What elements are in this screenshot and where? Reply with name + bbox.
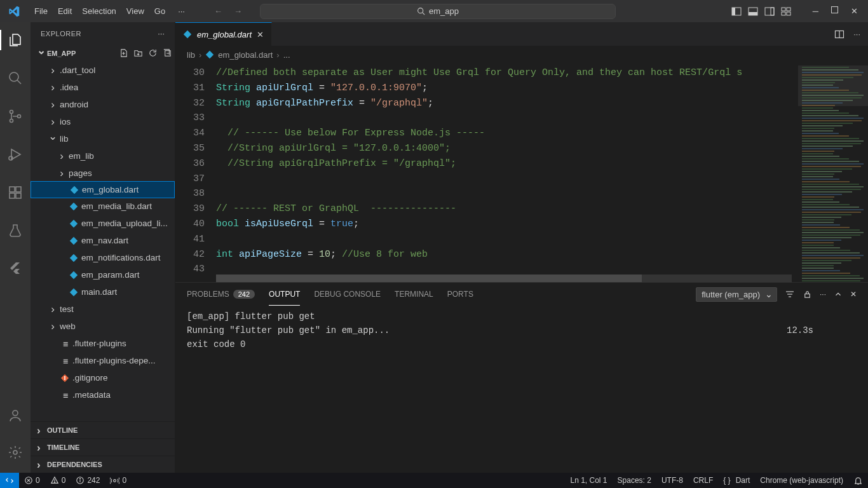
file-.flutter-plugins-depe...[interactable]: ≡.flutter-plugins-depe...	[31, 352, 175, 369]
status-notifications-icon[interactable]	[848, 476, 868, 485]
panel-tab-output[interactable]: OUTPUT	[269, 283, 300, 306]
tree-item-label: .metadata	[72, 390, 111, 400]
activity-run-debug-icon[interactable]	[0, 142, 31, 167]
file-em_nav.dart[interactable]: em_nav.dart	[31, 232, 175, 249]
window-close-icon[interactable]: ✕	[851, 6, 858, 16]
menu-overflow-icon[interactable]: ···	[173, 4, 190, 18]
window-minimize-icon[interactable]: ─	[813, 6, 818, 16]
code-content[interactable]: //Defined both separate as User might Us…	[216, 63, 798, 282]
section-dependencies[interactable]: DEPENDENCIES	[31, 456, 175, 473]
file-.flutter-plugins[interactable]: ≡.flutter-plugins	[31, 335, 175, 352]
panel-tab-ports[interactable]: PORTS	[447, 283, 473, 306]
activity-search-icon[interactable]	[0, 65, 31, 91]
breadcrumb-segment[interactable]: ...	[283, 50, 290, 60]
tree-item-label: em_global.dart	[82, 185, 139, 194]
layout-panel-icon[interactable]	[748, 6, 758, 17]
activity-flutter-icon[interactable]	[0, 256, 31, 281]
panel-tab-problems[interactable]: PROBLEMS 242	[187, 283, 255, 306]
tree-item-label: test	[60, 304, 74, 314]
activity-explorer-icon[interactable]	[0, 27, 31, 53]
folder-android[interactable]: android	[31, 96, 175, 113]
lock-scroll-icon[interactable]	[803, 290, 812, 299]
status-language-mode[interactable]: { }Dart	[718, 476, 755, 485]
breadcrumb-segment[interactable]: em_global.dart	[218, 50, 273, 60]
new-folder-icon[interactable]	[133, 48, 143, 58]
menu-go[interactable]: Go	[149, 4, 170, 18]
git-file-icon	[60, 373, 70, 383]
panel-tab-terminal[interactable]: TERMINAL	[395, 283, 433, 306]
panel-more-icon[interactable]: ···	[820, 290, 826, 299]
layout-sidebar-left-icon[interactable]	[731, 6, 742, 17]
menu-view[interactable]: View	[121, 4, 149, 18]
menu-edit[interactable]: Edit	[53, 4, 77, 18]
file-em_notifications.dart[interactable]: em_notifications.dart	[31, 249, 175, 266]
panel-tab-debug-console[interactable]: DEBUG CONSOLE	[314, 283, 381, 306]
file-em_media_upload_li...[interactable]: em_media_upload_li...	[31, 215, 175, 232]
section-outline[interactable]: OUTLINE	[31, 421, 175, 438]
status-flutter-device[interactable]: Chrome (web-javascript)	[755, 476, 848, 485]
activity-account-icon[interactable]	[0, 403, 31, 428]
explorer-more-icon[interactable]: ···	[158, 29, 165, 38]
chevron-right-icon: ›	[199, 50, 201, 60]
folder-lib[interactable]: lib	[31, 130, 175, 147]
folder-test[interactable]: test	[31, 301, 175, 318]
folder-web[interactable]: web	[31, 318, 175, 335]
svg-point-18	[9, 156, 13, 160]
status-cursor-position[interactable]: Ln 1, Col 1	[566, 476, 613, 485]
file-em_media_lib.dart[interactable]: em_media_lib.dart	[31, 198, 175, 215]
breadcrumbs[interactable]: lib › em_global.dart › ...	[175, 46, 868, 63]
status-indentation[interactable]: Spaces: 2	[613, 476, 656, 485]
activity-source-control-icon[interactable]	[0, 104, 31, 129]
activity-extensions-icon[interactable]	[0, 180, 31, 205]
filter-icon[interactable]	[785, 289, 795, 299]
remote-indicator[interactable]	[0, 473, 19, 488]
svg-point-24	[13, 451, 17, 454]
file-.metadata[interactable]: ≡.metadata	[31, 386, 175, 403]
tab-em-global[interactable]: em_global.dart ✕	[175, 22, 272, 46]
status-errors[interactable]: 0	[19, 473, 45, 488]
folder-em_lib[interactable]: em_lib	[31, 147, 175, 165]
explorer-folder-header[interactable]: EM_APP	[31, 44, 175, 62]
tab-close-icon[interactable]: ✕	[257, 30, 264, 39]
nav-back-icon[interactable]: ←	[212, 4, 225, 18]
file-.gitignore[interactable]: .gitignore	[31, 369, 175, 386]
new-file-icon[interactable]	[119, 48, 128, 58]
status-encoding[interactable]: UTF-8	[656, 476, 688, 485]
status-port-forward[interactable]: 0	[105, 473, 132, 488]
folder-.idea[interactable]: .idea	[31, 79, 175, 96]
folder-.dart_tool[interactable]: .dart_tool	[31, 62, 175, 79]
minimap[interactable]	[798, 63, 868, 282]
status-warnings[interactable]: 0	[45, 473, 71, 488]
command-center-search[interactable]: em_app	[260, 4, 616, 19]
output-body[interactable]: [em_app] flutter pub getRunning "flutter…	[175, 306, 868, 473]
status-info[interactable]: 242	[71, 473, 105, 488]
chevron-down-icon	[48, 134, 57, 144]
file-em_global.dart[interactable]: em_global.dart	[31, 181, 175, 198]
panel-close-icon[interactable]: ✕	[850, 290, 857, 299]
file-main.dart[interactable]: main.dart	[31, 283, 175, 301]
folder-pages[interactable]: pages	[31, 165, 175, 182]
file-em_param.dart[interactable]: em_param.dart	[31, 266, 175, 283]
code-editor[interactable]: 3031323334353637383940414243 //Defined b…	[175, 63, 868, 282]
activity-settings-gear-icon[interactable]	[0, 440, 31, 465]
output-channel-dropdown[interactable]: flutter (em_app)	[696, 287, 777, 302]
section-timeline[interactable]: TIMELINE	[31, 438, 175, 456]
status-eol[interactable]: CRLF	[688, 476, 718, 485]
tab-more-icon[interactable]: ···	[853, 29, 860, 39]
tree-item-label: ios	[60, 117, 71, 126]
folder-ios[interactable]: ios	[31, 113, 175, 130]
panel-maximize-icon[interactable]	[834, 290, 843, 299]
layout-customize-icon[interactable]	[781, 6, 791, 17]
horizontal-scrollbar[interactable]	[216, 274, 792, 282]
breadcrumb-segment[interactable]: lib	[187, 50, 195, 60]
split-editor-icon[interactable]	[834, 29, 844, 39]
menu-file[interactable]: File	[29, 4, 53, 18]
nav-forward-icon[interactable]: →	[231, 4, 245, 18]
collapse-all-icon[interactable]	[163, 48, 172, 58]
layout-sidebar-right-icon[interactable]	[764, 6, 775, 17]
window-maximize-icon[interactable]	[831, 6, 838, 16]
search-text: em_app	[429, 6, 459, 16]
refresh-icon[interactable]	[148, 48, 158, 58]
menu-selection[interactable]: Selection	[77, 4, 121, 18]
activity-testing-icon[interactable]	[0, 218, 31, 243]
